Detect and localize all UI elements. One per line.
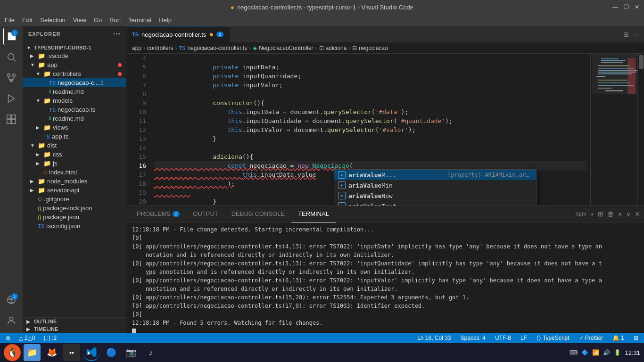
chevron-up-button[interactable]: ∧ [618,210,622,218]
status-language[interactable]: ⟨⟩ TypeScript [535,335,571,341]
activity-extensions[interactable] [3,111,20,128]
status-layout[interactable]: ⊞ [632,335,640,341]
split-terminal-button[interactable]: ⊞ [598,210,603,218]
folder-icon: 📁 [38,52,45,59]
status-line-col[interactable]: Ln 16, Col 33 [415,335,453,341]
minimize-button[interactable]: — [612,4,618,10]
close-panel-button[interactable]: ✕ [635,210,640,218]
activity-source-control[interactable] [3,69,20,86]
taskbar-ubuntu[interactable]: 🐧 [4,344,21,361]
add-terminal-button[interactable]: + [590,210,594,218]
menu-edit[interactable]: Edit [22,16,33,24]
tree-item-label: models [53,97,73,104]
close-button[interactable]: ✕ [635,4,639,10]
tree-item[interactable]: TS negociacao.ts [23,105,126,114]
status-spaces[interactable]: Spaces: 4 [459,335,487,341]
volume-icon[interactable]: 🔊 [603,349,610,356]
tree-item-label: css [53,151,62,158]
tab-debug-console[interactable]: DEBUG CONSOLE [225,206,291,222]
autocomplete-item-4[interactable]: ◈ ariaValueText [334,201,536,206]
taskbar-chromium[interactable]: 🔵 [103,344,120,361]
menu-go[interactable]: Go [94,16,102,24]
status-encoding[interactable]: UTF-8 [493,335,513,341]
status-json-badge[interactable]: {.:} :2 [41,335,58,341]
tree-item[interactable]: ▼ 📁 controllers [23,69,126,78]
network-icon[interactable]: 📶 [592,349,599,356]
split-editor-button[interactable]: ⊞ [623,31,629,38]
tree-item-active-file[interactable]: TS negociacao-c... 2 [23,78,126,87]
code-editor[interactable]: 4 5 6 7 8 9 10 11 12 13 14 15 16 17 18 1… [126,54,590,206]
bluetooth-icon[interactable]: 🔷 [581,349,588,356]
tree-item[interactable]: TS app.ts [23,132,126,141]
taskbar-terminal[interactable]: ▪▪ [63,344,80,361]
tree-item-label: .gitignore [44,196,69,203]
chevron-down-button[interactable]: ∨ [626,210,631,218]
sidebar-outline[interactable]: ▶ OUTLINE [23,317,126,325]
menu-file[interactable]: File [5,16,15,24]
breadcrumb-class[interactable]: NegociacaoController [259,45,313,51]
taskbar-camera[interactable]: 📷 [123,344,140,361]
tree-item[interactable]: ▼ 📁 app [23,60,126,69]
tree-item[interactable]: ▶ 📁 views [23,123,126,132]
breadcrumb-filename[interactable]: negociacao-controller.ts [187,45,247,51]
activity-run[interactable] [3,90,20,107]
menu-selection[interactable]: Selection [40,16,65,24]
tree-item[interactable]: ℹ readme.md [23,87,126,96]
tree-item[interactable]: ▶ 📁 css [23,150,126,159]
breadcrumb-var[interactable]: negociacao [359,45,388,51]
window-controls[interactable]: — ❐ ✕ [612,4,639,10]
tree-item[interactable]: ℹ readme.md [23,114,126,123]
autocomplete-dropdown[interactable]: ◈ ariaValueM... (property) ARIAMixin.ari… [334,169,537,206]
status-bar: ⊕ △ 2△0 {.:} :2 Ln 16, Col 33 Spaces: 4 … [0,333,644,343]
menu-run[interactable]: Run [109,16,121,24]
breadcrumb-method[interactable]: adiciona [326,45,347,51]
activity-account[interactable] [3,312,20,329]
taskbar-vscode[interactable] [83,344,100,361]
tree-item[interactable]: ▶ 📁 js [23,159,126,168]
tab-problems[interactable]: PROBLEMS 2 [130,206,186,222]
status-errors[interactable]: △ 2△0 [17,335,37,341]
sidebar-timeline[interactable]: ▶ TIMELINE [23,325,126,333]
trash-terminal-button[interactable]: 🗑 [607,210,614,218]
taskbar-firefox[interactable]: 🦊 [43,344,60,361]
menu-terminal[interactable]: Terminal [128,16,151,24]
tab-terminal[interactable]: TERMINAL [291,206,336,222]
activity-remote[interactable]: 1 [3,291,20,308]
autocomplete-item-3[interactable]: ◈ ariaValueNow [334,190,536,201]
sidebar-menu-button[interactable]: ··· [113,30,121,38]
tree-root[interactable]: ▼ TYPESCRIPT-CURSO-1 [23,44,126,51]
tree-item[interactable]: ▶ 📁 servidor-api [23,186,126,195]
tree-item[interactable]: ⊙ .gitignore [23,195,126,204]
tree-item[interactable]: ▼ 📁 models [23,96,126,105]
keyboard-icon[interactable]: ⌨ [570,349,578,356]
tree-item[interactable]: ◇ index.html [23,168,126,177]
breadcrumb-app[interactable]: app [132,45,141,51]
taskbar-files[interactable]: 📁 [24,344,41,361]
autocomplete-item-2[interactable]: ◈ ariaValueMin [334,180,536,190]
menu-view[interactable]: View [73,16,86,24]
maximize-button[interactable]: ❐ [624,4,629,10]
status-notifications[interactable]: 🔔 1 [611,335,626,341]
tree-item[interactable]: ▼ 📁 dist [23,141,126,150]
status-prettier[interactable]: ✓ Prettier [577,335,605,341]
tree-item[interactable]: ▶ 📁 .vscode [23,51,126,60]
activity-files[interactable]: 1 [3,28,20,45]
battery-icon[interactable]: 🔋 [614,349,621,356]
autocomplete-item-1[interactable]: ◈ ariaValueM... (property) ARIAMixin.ari… [334,170,536,180]
status-remote[interactable]: ⊕ [4,335,12,341]
tree-item-label: package-lock.json [43,205,92,212]
taskbar-music[interactable]: ♪ [142,344,159,361]
menu-help[interactable]: Help [159,16,172,24]
scrollbar-thumb[interactable] [639,55,644,69]
status-eol[interactable]: LF [519,335,529,341]
activity-search[interactable] [3,49,20,66]
tab-negociacao-controller[interactable]: TS negociacao-controller.ts ● 2 [126,26,230,43]
tree-item[interactable]: ▶ 📁 node_modules [23,177,126,186]
tab-output[interactable]: OUTPUT [186,206,224,222]
breadcrumb-controllers[interactable]: controllers [147,45,173,51]
code-content[interactable]: private inputData; private inputQuantida… [150,54,590,206]
tree-item[interactable]: {} package-lock.json [23,204,126,213]
more-actions-button[interactable]: ··· [633,31,638,38]
tree-item[interactable]: TS tsconfig.json [23,222,126,230]
tree-item[interactable]: {} package.json [23,213,126,222]
